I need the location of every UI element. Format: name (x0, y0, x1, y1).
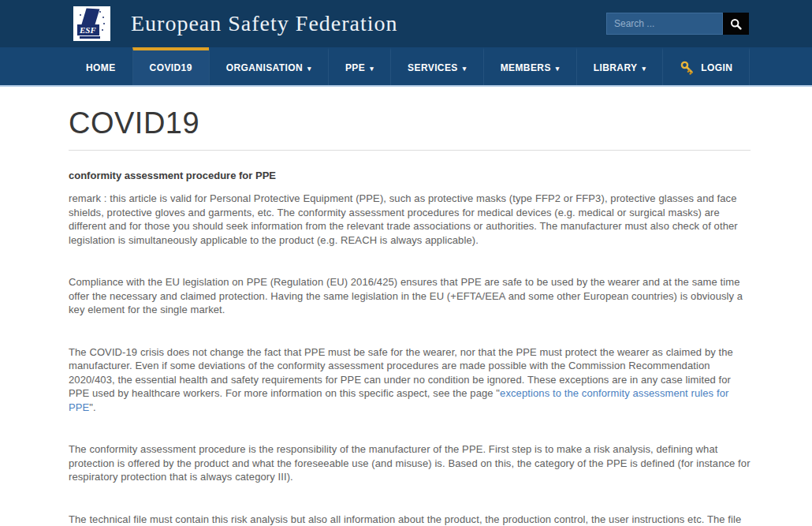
nav-item-library[interactable]: LIBRARY ▾ (576, 47, 663, 85)
logo-star-dot (103, 23, 105, 24)
logo-star-dot (102, 17, 104, 18)
page-title: COVID19 (69, 106, 751, 140)
nav-label: MEMBERS (501, 62, 551, 73)
nav-label: LIBRARY (594, 62, 638, 73)
nav-label: SERVICES (408, 62, 458, 73)
nav-item-organisation[interactable]: ORGANISATION ▾ (209, 47, 328, 85)
main-nav: HOME COVID19 ORGANISATION ▾ PPE ▾ SERVIC… (0, 47, 812, 87)
paragraph-text: ". (89, 401, 95, 413)
nav-item-home[interactable]: HOME (69, 47, 132, 85)
search-button[interactable] (723, 13, 749, 35)
nav-label: COVID19 (150, 62, 192, 73)
paragraph-technical-file: The technical file must contain this ris… (69, 513, 751, 526)
logo-esf-text: ESF (77, 24, 99, 35)
paragraph-compliance: Compliance with the EU legislation on PP… (69, 275, 751, 317)
logo-star-dot (102, 29, 103, 31)
chevron-down-icon: ▾ (370, 65, 374, 73)
logo-star-dot (99, 11, 101, 13)
nav-item-members[interactable]: MEMBERS ▾ (483, 47, 576, 85)
logo-star-dot (80, 14, 81, 16)
header: ESF European Safety Federation (0, 0, 812, 47)
chevron-down-icon: ▾ (556, 65, 560, 73)
article-subheading: conformity assessment procedure for PPE (69, 170, 751, 181)
chevron-down-icon: ▾ (307, 65, 311, 73)
paragraph-covid-crisis: The COVID-19 crisis does not change the … (69, 345, 751, 415)
search-box (606, 13, 749, 35)
nav-label: HOME (86, 62, 116, 73)
key-icon (680, 61, 695, 76)
chevron-down-icon: ▾ (642, 65, 646, 73)
search-input[interactable] (606, 13, 723, 35)
nav-item-services[interactable]: SERVICES ▾ (390, 47, 483, 85)
logo-base-bar (80, 36, 100, 39)
site-title: European Safety Federation (131, 11, 398, 36)
nav-label: LOGIN (701, 62, 732, 73)
paragraph-remark: remark : this article is valid for Perso… (69, 192, 751, 247)
nav-item-login[interactable]: LOGIN (662, 47, 750, 85)
esf-logo[interactable]: ESF (73, 6, 110, 41)
nav-label: PPE (345, 62, 365, 73)
nav-label: ORGANISATION (226, 62, 303, 73)
nav-item-ppe[interactable]: PPE ▾ (328, 47, 390, 85)
nav-item-covid19[interactable]: COVID19 (132, 47, 209, 85)
title-divider (69, 150, 751, 151)
search-icon (730, 18, 742, 30)
chevron-down-icon: ▾ (463, 65, 467, 73)
content-area: COVID19 conformity assessment procedure … (0, 106, 812, 526)
paragraph-responsibility: The conformity assessment procedure is t… (69, 442, 751, 484)
